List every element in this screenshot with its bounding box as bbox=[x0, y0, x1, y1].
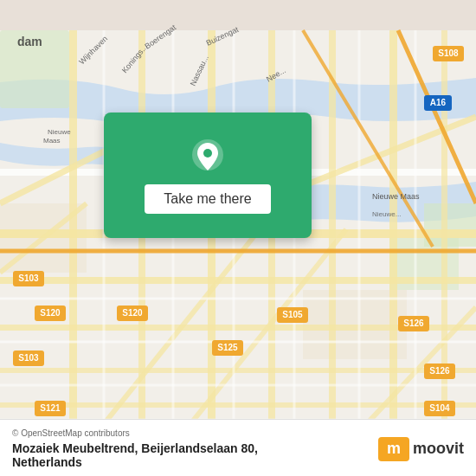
svg-rect-17 bbox=[329, 30, 336, 446]
moovit-m-icon: m bbox=[378, 437, 409, 461]
svg-point-74 bbox=[203, 149, 212, 158]
svg-text:S120: S120 bbox=[40, 308, 61, 318]
location-name: Mozaiek Meubeltrend, Beijerlandselaan 80… bbox=[12, 441, 378, 469]
location-info: © OpenStreetMap contributors Mozaiek Meu… bbox=[12, 428, 378, 469]
svg-text:S103: S103 bbox=[18, 273, 39, 283]
take-me-there-button[interactable]: Take me there bbox=[145, 184, 270, 214]
osm-credit: © OpenStreetMap contributors bbox=[12, 428, 378, 438]
svg-rect-15 bbox=[208, 30, 215, 446]
svg-text:S104: S104 bbox=[429, 403, 450, 413]
svg-text:S126: S126 bbox=[403, 318, 424, 328]
map-container: S108 A16 S103 S120 S103 S121 S125 S105 S… bbox=[0, 0, 476, 476]
svg-text:S121: S121 bbox=[40, 403, 61, 413]
location-card: Take me there bbox=[104, 113, 312, 238]
svg-text:S125: S125 bbox=[217, 343, 238, 352]
svg-text:S108: S108 bbox=[438, 48, 459, 58]
svg-text:S120: S120 bbox=[122, 308, 143, 318]
svg-text:S105: S105 bbox=[282, 310, 303, 319]
moovit-logo: m moovit bbox=[378, 437, 464, 461]
svg-text:Nieuwe...: Nieuwe... bbox=[372, 210, 401, 218]
moovit-text: moovit bbox=[413, 440, 464, 458]
location-pin-icon bbox=[189, 138, 227, 176]
svg-rect-19 bbox=[441, 30, 447, 446]
svg-rect-13 bbox=[69, 30, 77, 446]
svg-text:A16: A16 bbox=[430, 98, 447, 107]
svg-text:Nieuwe Maas: Nieuwe Maas bbox=[372, 192, 420, 201]
map-background: S108 A16 S103 S120 S103 S121 S125 S105 S… bbox=[0, 0, 476, 476]
svg-text:dam: dam bbox=[17, 35, 42, 48]
svg-rect-18 bbox=[389, 30, 397, 446]
svg-text:S103: S103 bbox=[18, 353, 39, 363]
bottom-bar: © OpenStreetMap contributors Mozaiek Meu… bbox=[0, 419, 476, 476]
svg-rect-16 bbox=[268, 30, 275, 446]
svg-text:S126: S126 bbox=[429, 366, 450, 376]
